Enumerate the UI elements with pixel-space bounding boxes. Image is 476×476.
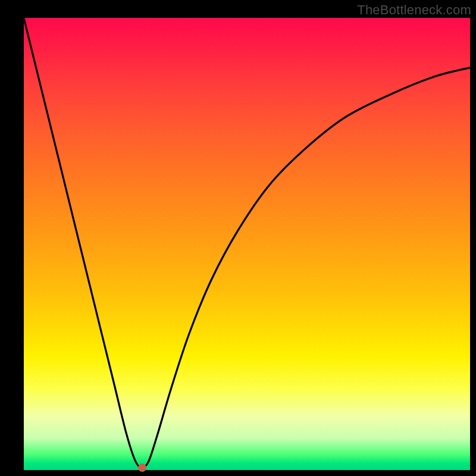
bottleneck-curve — [24, 18, 470, 468]
watermark-text: TheBottleneck.com — [357, 2, 471, 18]
chart-frame: TheBottleneck.com — [0, 0, 476, 476]
plot-area — [24, 18, 470, 470]
minimum-marker — [138, 464, 146, 472]
curve-svg — [24, 18, 470, 470]
